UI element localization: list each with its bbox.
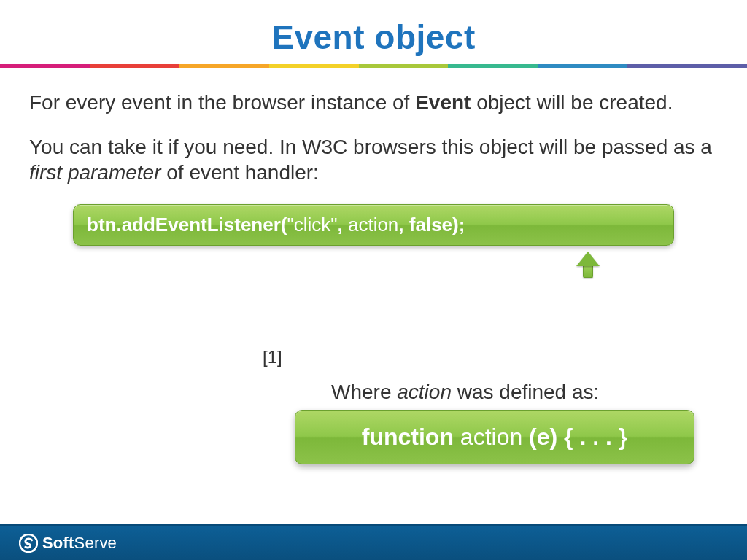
- code-text: false);: [409, 214, 465, 236]
- content-area: For every event in the browser instance …: [0, 68, 747, 287]
- code-text: action: [348, 214, 398, 236]
- paragraph-1: For every event in the browser instance …: [29, 90, 718, 115]
- arrow-up-icon: [576, 252, 600, 281]
- brand-serve: Serve: [74, 534, 117, 552]
- code-text: (e) { . . . }: [529, 424, 627, 450]
- footer-bar: SoftServe: [0, 524, 747, 560]
- code-text: function: [362, 424, 454, 450]
- italic-first-parameter: first parameter: [29, 161, 161, 184]
- slide: Event object For every event in the brow…: [0, 0, 747, 560]
- where-defined-text: Where action was defined as:: [331, 381, 599, 404]
- code-text: action: [454, 424, 529, 450]
- code-box-function: function action (e) { . . . }: [295, 410, 694, 464]
- italic-action: action: [397, 381, 452, 403]
- reference-marker: [1]: [263, 347, 282, 368]
- softserve-s-icon: [19, 534, 38, 553]
- text: was defined as:: [452, 381, 599, 403]
- text: You can take it if you need. In W3C brow…: [29, 136, 712, 158]
- brand-soft: Soft: [42, 534, 74, 552]
- brand-text: SoftServe: [42, 534, 117, 553]
- code-text: btn.addEventListener(: [87, 214, 287, 236]
- text: of event handler:: [161, 161, 319, 184]
- text: object will be created.: [471, 91, 673, 114]
- code-text: ,: [398, 214, 409, 236]
- code-box-listener: btn.addEventListener("click", action, fa…: [73, 204, 674, 246]
- text: For every event in the browser instance …: [29, 91, 415, 114]
- bold-event: Event: [415, 91, 471, 114]
- slide-title: Event object: [0, 0, 747, 64]
- code-text: "click": [287, 214, 337, 236]
- arrow-row: [29, 252, 718, 287]
- text: Where: [331, 381, 397, 403]
- brand-logo: SoftServe: [19, 534, 117, 553]
- paragraph-2: You can take it if you need. In W3C brow…: [29, 134, 718, 185]
- code-text: ,: [338, 214, 348, 236]
